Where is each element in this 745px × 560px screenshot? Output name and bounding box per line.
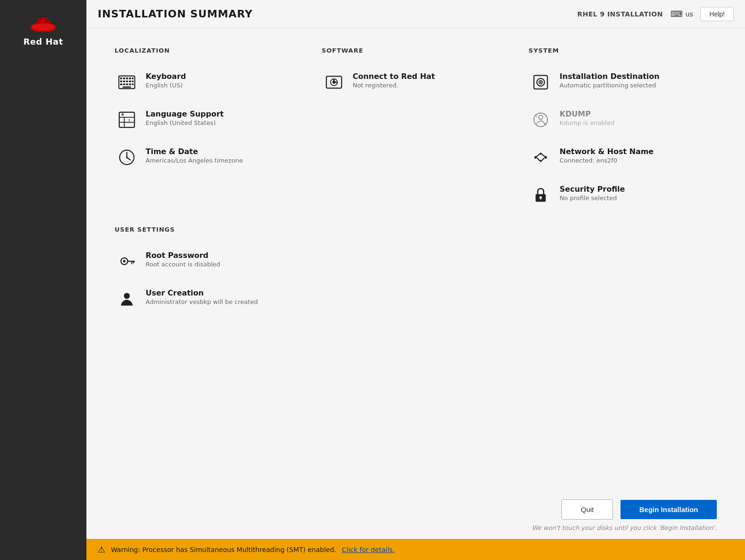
empty-col-3 xyxy=(528,226,717,311)
svg-rect-16 xyxy=(126,84,128,86)
connect-redhat-title: Connect to Red Hat xyxy=(353,72,435,81)
svg-rect-8 xyxy=(132,78,134,79)
user-creation-item[interactable]: User Creation Administrator vesbkp will … xyxy=(115,287,303,311)
quit-button[interactable]: Quit xyxy=(561,499,613,520)
kdump-icon xyxy=(530,109,551,130)
network-hostname-subtitle: Connected: ens2f0 xyxy=(559,157,653,164)
keyboard-lang: us xyxy=(685,10,693,18)
svg-point-42 xyxy=(535,156,537,158)
svg-point-2 xyxy=(32,23,55,30)
keyboard-item-icon xyxy=(116,72,137,93)
localization-section: LOCALIZATION xyxy=(115,47,303,207)
redhat-hat-icon xyxy=(29,11,57,35)
language-support-title: Language Support xyxy=(146,109,224,118)
installation-destination-text: Installation Destination Automatic parti… xyxy=(559,72,660,89)
svg-rect-15 xyxy=(123,84,125,86)
content-area: INSTALLATION SUMMARY RHEL 9 INSTALLATION… xyxy=(86,0,745,560)
installation-destination-icon xyxy=(530,72,551,93)
software-heading: SOFTWARE xyxy=(322,47,510,57)
keyboard-title: Keyboard xyxy=(146,72,186,81)
warning-text: Warning: Processor has Simultaneous Mult… xyxy=(111,546,336,553)
time-date-subtitle: Americas/Los Angeles timezone xyxy=(146,157,243,164)
svg-rect-12 xyxy=(129,80,132,82)
network-hostname-item[interactable]: Network & Host Name Connected: ens2f0 xyxy=(528,145,717,170)
svg-point-51 xyxy=(123,260,125,262)
installation-destination-title: Installation Destination xyxy=(559,72,660,81)
system-heading: SYSTEM xyxy=(528,47,717,57)
user-creation-title: User Creation xyxy=(146,288,258,297)
sidebar: Red Hat xyxy=(0,0,86,560)
user-settings-heading: USER SETTINGS xyxy=(115,226,303,236)
svg-rect-4 xyxy=(120,78,123,79)
svg-rect-14 xyxy=(120,84,123,86)
kdump-item[interactable]: KDUMP Kdump is enabled xyxy=(528,108,717,132)
time-date-icon xyxy=(116,147,137,168)
svg-rect-17 xyxy=(129,84,132,86)
keyboard-item-text: Keyboard English (US) xyxy=(146,72,186,89)
svg-point-52 xyxy=(124,293,130,299)
disk-notice: We won't touch your disks until you clic… xyxy=(532,524,717,531)
keyboard-item[interactable]: Keyboard English (US) xyxy=(115,70,303,94)
svg-text:A: A xyxy=(121,112,124,117)
security-profile-title: Security Profile xyxy=(559,185,625,194)
svg-rect-13 xyxy=(132,80,134,82)
bottom-buttons: Quit Begin Installation xyxy=(561,499,717,520)
svg-rect-9 xyxy=(120,80,123,82)
user-settings-section: USER SETTINGS xyxy=(115,226,303,311)
software-section: SOFTWARE xyxy=(322,47,510,207)
installation-destination-subtitle: Automatic partitioning selected xyxy=(559,82,660,89)
network-hostname-text: Network & Host Name Connected: ens2f0 xyxy=(559,147,653,164)
root-password-title: Root Password xyxy=(146,251,220,260)
svg-point-43 xyxy=(544,156,547,158)
security-profile-icon xyxy=(530,185,551,205)
warning-icon: ⚠ xyxy=(98,544,105,554)
time-date-text: Time & Date Americas/Los Angeles timezon… xyxy=(146,147,243,164)
installation-label: RHEL 9 INSTALLATION xyxy=(577,10,663,18)
root-password-item[interactable]: Root Password Root account is disabled xyxy=(115,249,303,273)
keyboard-icon: ⌨ xyxy=(670,9,683,19)
begin-installation-button[interactable]: Begin Installation xyxy=(621,500,717,519)
user-creation-icon xyxy=(116,288,137,309)
warning-bar: ⚠ Warning: Processor has Simultaneous Mu… xyxy=(86,539,745,560)
svg-rect-5 xyxy=(123,78,125,79)
keyboard-subtitle: English (US) xyxy=(146,82,186,89)
svg-rect-7 xyxy=(129,78,132,79)
root-password-icon xyxy=(116,251,137,272)
redhat-logo: Red Hat xyxy=(23,11,63,47)
localization-heading: LOCALIZATION xyxy=(115,47,303,57)
warning-link[interactable]: Click for details. xyxy=(342,546,395,553)
security-profile-item[interactable]: Security Profile No profile selected xyxy=(528,183,717,207)
bottom-area: Quit Begin Installation We won't touch y… xyxy=(86,490,745,539)
kdump-title: KDUMP xyxy=(559,109,614,118)
time-date-title: Time & Date xyxy=(146,147,243,156)
help-button[interactable]: Help! xyxy=(700,7,734,21)
root-password-text: Root Password Root account is disabled xyxy=(146,251,220,268)
svg-rect-19 xyxy=(123,86,131,88)
language-support-item[interactable]: A 文 Language Support English (United Sta… xyxy=(115,108,303,132)
svg-rect-18 xyxy=(132,84,134,86)
time-date-item[interactable]: Time & Date Americas/Los Angeles timezon… xyxy=(115,145,303,170)
installation-destination-item[interactable]: Installation Destination Automatic parti… xyxy=(528,70,717,94)
svg-rect-10 xyxy=(123,80,125,82)
svg-point-29 xyxy=(126,156,128,158)
topbar-right: RHEL 9 INSTALLATION ⌨ us Help! xyxy=(577,7,734,21)
connect-redhat-icon xyxy=(324,72,344,93)
connect-redhat-subtitle: Not registered. xyxy=(353,82,435,89)
keyboard-indicator: ⌨ us xyxy=(670,9,693,19)
content-wrapper: LOCALIZATION xyxy=(86,28,745,490)
svg-rect-11 xyxy=(126,80,128,82)
topbar: INSTALLATION SUMMARY RHEL 9 INSTALLATION… xyxy=(86,0,745,28)
kdump-text: KDUMP Kdump is enabled xyxy=(559,109,614,126)
connect-redhat-item[interactable]: Connect to Red Hat Not registered. xyxy=(322,70,510,94)
language-support-text: Language Support English (United States) xyxy=(146,109,224,126)
svg-text:文: 文 xyxy=(128,118,131,122)
language-support-subtitle: English (United States) xyxy=(146,119,224,126)
user-creation-subtitle: Administrator vesbkp will be created xyxy=(146,298,258,305)
user-creation-text: User Creation Administrator vesbkp will … xyxy=(146,288,258,305)
svg-point-38 xyxy=(539,115,543,119)
security-profile-text: Security Profile No profile selected xyxy=(559,185,625,202)
svg-point-36 xyxy=(540,81,542,83)
network-hostname-icon xyxy=(530,147,551,168)
network-hostname-title: Network & Host Name xyxy=(559,147,653,156)
security-profile-subtitle: No profile selected xyxy=(559,194,625,202)
